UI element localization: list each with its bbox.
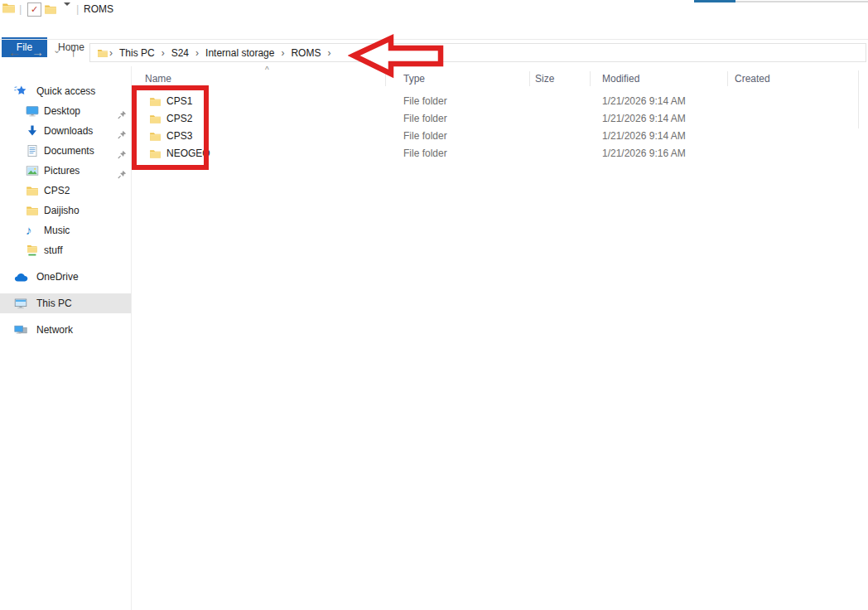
network-icon	[14, 323, 27, 336]
titlebar: | ✓ | ROMS	[0, 0, 868, 18]
folder-icon	[149, 95, 162, 108]
file-row-cps2[interactable]: CPS2 File folder 1/21/2026 9:14 AM	[133, 110, 868, 128]
downloads-icon	[26, 124, 39, 138]
documents-icon	[26, 144, 39, 157]
address-bar[interactable]: › This PC › S24 › Internal storage › ROM…	[89, 43, 866, 62]
up-button[interactable]: ↑	[70, 46, 77, 58]
pictures-icon	[26, 164, 39, 177]
column-divider[interactable]	[529, 71, 530, 86]
sidebar-item-daijisho[interactable]: Daijisho	[0, 201, 131, 220]
column-header-type[interactable]: Type	[403, 73, 425, 85]
file-type: File folder	[403, 128, 447, 145]
sidebar-item-label: Quick access	[36, 81, 95, 101]
breadcrumb-s24[interactable]: S24	[166, 47, 195, 59]
file-name: NEOGEO	[166, 145, 210, 162]
ribbon-tabs: File Home Share View	[0, 18, 868, 40]
sidebar-item-quick-access[interactable]: Quick access	[0, 81, 131, 101]
breadcrumb-roms[interactable]: ROMS	[285, 47, 326, 59]
sidebar-item-label: Documents	[44, 141, 94, 161]
computer-icon	[14, 297, 27, 310]
folder-icon	[26, 184, 39, 197]
column-divider[interactable]	[385, 71, 386, 86]
sidebar-item-label: stuff	[44, 240, 62, 260]
file-row-cps3[interactable]: CPS3 File folder 1/21/2026 9:14 AM	[133, 128, 868, 145]
sidebar-item-desktop[interactable]: Desktop	[0, 101, 131, 121]
column-header-size[interactable]: Size	[535, 73, 554, 85]
window-title: ROMS	[84, 3, 113, 15]
qat-separator: |	[19, 2, 22, 15]
file-type: File folder	[403, 93, 447, 110]
recent-locations-dropdown[interactable]: ⌄	[53, 44, 60, 56]
forward-button[interactable]: →	[31, 46, 44, 58]
file-name: CPS3	[166, 128, 192, 145]
folder-icon	[26, 204, 39, 217]
column-divider[interactable]	[727, 71, 728, 86]
qat-customize-icon[interactable]	[64, 6, 71, 17]
qat-new-folder-icon[interactable]	[44, 2, 57, 18]
file-modified: 1/21/2026 9:14 AM	[602, 93, 686, 110]
desktop-icon	[26, 104, 39, 118]
file-modified: 1/21/2026 9:14 AM	[602, 110, 686, 128]
file-row-cps1[interactable]: CPS1 File folder 1/21/2026 9:14 AM	[133, 93, 868, 110]
file-type: File folder	[403, 110, 447, 128]
back-button[interactable]: ←	[8, 46, 21, 58]
address-folder-icon	[97, 47, 108, 59]
folder-icon	[149, 113, 162, 125]
sidebar-item-label: Network	[36, 320, 73, 340]
qat-separator-2: |	[76, 2, 79, 15]
quick-access-star-icon	[14, 85, 27, 98]
sidebar-item-this-pc[interactable]: This PC	[0, 293, 131, 313]
app-folder-icon	[2, 1, 16, 17]
music-note-icon: ♪	[26, 224, 39, 237]
sidebar-item-label: Daijisho	[44, 201, 80, 220]
sidebar-item-cps2[interactable]: CPS2	[0, 181, 131, 201]
onedrive-cloud-icon	[14, 270, 27, 283]
accent-line	[694, 0, 735, 2]
file-name: CPS2	[166, 110, 192, 128]
folder-icon	[149, 148, 162, 160]
edge-line	[735, 1, 868, 2]
file-modified: 1/21/2026 9:14 AM	[602, 128, 686, 145]
file-type: File folder	[403, 145, 447, 162]
qat-properties-icon[interactable]: ✓	[27, 2, 41, 17]
sidebar-item-onedrive[interactable]: OneDrive	[0, 267, 131, 287]
column-header-created[interactable]: Created	[735, 73, 770, 85]
sidebar-item-label: CPS2	[44, 181, 70, 201]
column-divider[interactable]	[590, 71, 591, 86]
sidebar-item-pictures[interactable]: Pictures	[0, 161, 131, 181]
breadcrumb-internal-storage[interactable]: Internal storage	[200, 47, 280, 59]
sidebar-item-stuff[interactable]: stuff	[0, 240, 131, 260]
file-row-neogeo[interactable]: NEOGEO File folder 1/21/2026 9:16 AM	[133, 145, 868, 162]
file-modified: 1/21/2026 9:16 AM	[602, 145, 686, 162]
sidebar-item-label: Music	[44, 220, 70, 240]
folder-icon	[149, 130, 162, 143]
sidebar-item-documents[interactable]: Documents	[0, 141, 131, 161]
file-name: CPS1	[166, 93, 192, 110]
sidebar-item-network[interactable]: Network	[0, 320, 131, 340]
sidebar-item-label: This PC	[36, 293, 72, 313]
sidebar-item-label: Pictures	[44, 161, 80, 181]
crumb-separator: ›	[326, 47, 331, 59]
sidebar-item-label: Downloads	[44, 121, 93, 141]
folder-icon	[26, 244, 39, 257]
column-header-name[interactable]: Name	[145, 73, 171, 85]
sidebar-item-label: OneDrive	[36, 267, 79, 287]
breadcrumb-this-pc[interactable]: This PC	[113, 47, 161, 59]
sidebar-item-downloads[interactable]: Downloads	[0, 121, 131, 141]
sort-ascending-icon: ^	[265, 65, 269, 75]
sidebar-item-music[interactable]: ♪ Music	[0, 220, 131, 240]
column-header-modified[interactable]: Modified	[602, 73, 639, 85]
ribbon-bottom-divider	[0, 39, 868, 40]
sidebar-divider	[131, 66, 132, 610]
sidebar-item-label: Desktop	[44, 101, 80, 121]
